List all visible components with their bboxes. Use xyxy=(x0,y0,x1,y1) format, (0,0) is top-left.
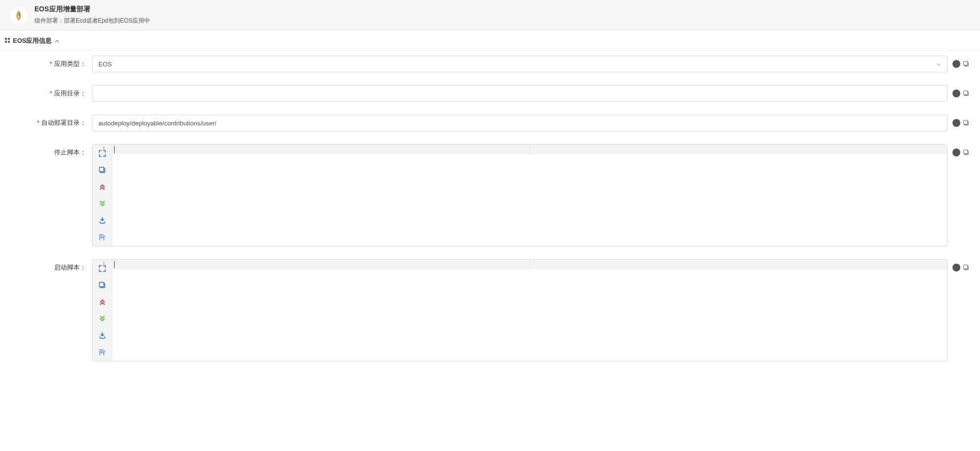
section-header[interactable]: EOS应用信息 xyxy=(0,30,980,51)
logo xyxy=(10,7,28,25)
header-text: EOS应用增量部署 组件部署：部署Ecd或者Epd包到EOS应用中 xyxy=(34,5,150,25)
chevron-down-icon xyxy=(936,61,941,67)
download-icon[interactable] xyxy=(97,331,107,340)
page-subtitle: 组件部署：部署Ecd或者Epd包到EOS应用中 xyxy=(34,17,150,25)
format-code-icon[interactable] xyxy=(97,347,107,357)
editor-start-script: 1 xyxy=(92,259,948,361)
form: *应用类型： EOS ? *应用目录： xyxy=(0,51,980,379)
row-actions: ? xyxy=(952,259,970,271)
row-actions: ? xyxy=(952,144,970,156)
required-mark: * xyxy=(37,119,39,126)
label-stop-script: 停止脚本： xyxy=(10,144,86,157)
collapse-up-icon[interactable] xyxy=(97,182,107,192)
cursor xyxy=(114,261,115,268)
row-stop-script: 停止脚本： xyxy=(10,144,970,246)
page-title: EOS应用增量部署 xyxy=(34,5,150,14)
row-autodeploy-dir: *自动部署目录： ? xyxy=(10,115,970,131)
copy-icon[interactable] xyxy=(97,280,107,290)
editor-header-bar: 1 xyxy=(112,260,947,270)
row-start-script: 启动脚本： xyxy=(10,259,970,361)
select-value: EOS xyxy=(98,60,112,68)
select-app-type[interactable]: EOS xyxy=(92,56,948,72)
flame-icon xyxy=(12,9,26,23)
line-number: 1 xyxy=(102,261,105,267)
editor-toolbar xyxy=(92,145,112,246)
row-actions: ? xyxy=(952,115,970,127)
help-icon[interactable]: ? xyxy=(952,149,960,156)
svg-rect-1 xyxy=(8,38,10,40)
input-app-dir[interactable] xyxy=(98,86,941,101)
input-autodeploy-dir[interactable] xyxy=(98,115,941,131)
editor-stop-script: 1 xyxy=(92,144,948,246)
copy-icon[interactable] xyxy=(962,60,970,68)
editor-pane-left-header: 1 xyxy=(112,260,530,270)
help-icon[interactable]: ? xyxy=(952,264,960,271)
editor-textarea-stop[interactable] xyxy=(112,154,947,246)
label-app-type: *应用类型： xyxy=(10,56,86,68)
chevron-up-icon xyxy=(55,38,60,44)
expand-down-icon[interactable] xyxy=(97,199,107,209)
label-autodeploy-dir: *自动部署目录： xyxy=(10,115,86,127)
svg-rect-7 xyxy=(964,91,968,95)
input-autodeploy-dir-wrap xyxy=(92,115,948,131)
svg-rect-0 xyxy=(5,38,7,40)
required-mark: * xyxy=(50,60,52,67)
copy-icon[interactable] xyxy=(962,149,970,156)
section-title: EOS应用信息 xyxy=(13,36,52,45)
svg-rect-2 xyxy=(5,41,7,43)
svg-rect-5 xyxy=(964,61,968,65)
copy-icon[interactable] xyxy=(962,90,970,97)
row-app-dir: *应用目录： ? xyxy=(10,85,970,102)
editor-pane-right-header xyxy=(530,260,948,270)
svg-rect-17 xyxy=(964,265,968,269)
label-app-dir: *应用目录： xyxy=(10,85,86,98)
svg-rect-13 xyxy=(964,150,968,154)
copy-icon[interactable] xyxy=(97,165,107,175)
copy-icon[interactable] xyxy=(962,264,970,271)
svg-rect-15 xyxy=(99,282,104,287)
input-app-dir-wrap xyxy=(92,85,948,102)
help-icon[interactable]: ? xyxy=(952,60,960,68)
cursor xyxy=(114,146,115,153)
svg-rect-3 xyxy=(8,41,10,43)
help-icon[interactable]: ? xyxy=(952,119,960,127)
svg-rect-9 xyxy=(964,120,968,124)
editor-pane-left-header: 1 xyxy=(112,145,530,154)
required-mark: * xyxy=(50,90,52,97)
page-header: EOS应用增量部署 组件部署：部署Ecd或者Epd包到EOS应用中 xyxy=(0,0,980,30)
editor-textarea-start[interactable] xyxy=(112,270,947,361)
editor-pane-right-header xyxy=(530,145,948,154)
row-app-type: *应用类型： EOS ? xyxy=(10,56,970,72)
label-start-script: 启动脚本： xyxy=(10,259,86,272)
download-icon[interactable] xyxy=(97,215,107,225)
format-code-icon[interactable] xyxy=(97,232,107,242)
help-icon[interactable]: ? xyxy=(952,90,960,97)
copy-icon[interactable] xyxy=(962,119,970,127)
expand-down-icon[interactable] xyxy=(97,314,107,324)
grid-icon xyxy=(5,37,10,44)
row-actions: ? xyxy=(952,56,970,68)
editor-header-bar: 1 xyxy=(112,145,947,154)
line-number: 1 xyxy=(102,146,105,151)
row-actions: ? xyxy=(952,85,970,97)
svg-rect-11 xyxy=(99,167,104,172)
editor-toolbar xyxy=(92,260,112,361)
collapse-up-icon[interactable] xyxy=(97,297,107,307)
editor-body: 1 xyxy=(112,145,947,246)
editor-body: 1 xyxy=(112,260,947,361)
